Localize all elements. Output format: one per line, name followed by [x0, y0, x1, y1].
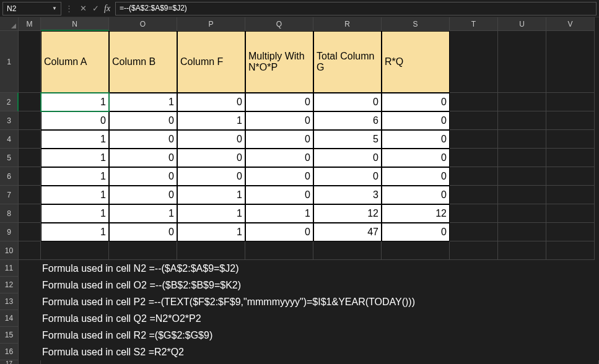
cell-M13[interactable] [19, 293, 41, 310]
fx-icon[interactable]: fx [104, 4, 110, 14]
row-header-5[interactable]: 5 [0, 149, 19, 167]
row-header-16[interactable]: 16 [0, 344, 19, 360]
row-header-4[interactable]: 4 [0, 130, 19, 149]
cell-N3[interactable]: 0 [41, 111, 109, 130]
cell-U9[interactable] [498, 223, 546, 241]
cell-N10[interactable] [41, 241, 109, 260]
cell-M5[interactable] [19, 149, 41, 167]
cell-S4[interactable]: 0 [382, 130, 450, 149]
cell-R2[interactable]: 0 [313, 93, 382, 111]
cell-U2[interactable] [498, 93, 546, 111]
cell-R8[interactable]: 12 [313, 204, 382, 223]
row-header-15[interactable]: 15 [0, 327, 19, 344]
cell-M15[interactable] [19, 327, 41, 344]
cell-N2[interactable]: 1 [41, 93, 109, 111]
cell-S6[interactable]: 0 [382, 167, 450, 186]
cell-S7[interactable]: 0 [382, 186, 450, 204]
cell-O7[interactable]: 0 [109, 186, 177, 204]
cell-P8[interactable]: 1 [177, 204, 245, 223]
cell-O4[interactable]: 0 [109, 130, 177, 149]
cell-V5[interactable] [546, 149, 595, 167]
row-header-7[interactable]: 7 [0, 186, 19, 204]
cell-V1[interactable] [546, 31, 595, 93]
cell-V4[interactable] [546, 130, 595, 149]
cell-S1[interactable]: R*Q [382, 31, 450, 93]
col-header-M[interactable]: M [19, 17, 41, 31]
cell-O2[interactable]: 1 [109, 93, 177, 111]
col-header-T[interactable]: T [450, 17, 498, 31]
col-header-V[interactable]: V [546, 17, 595, 31]
cell-V10[interactable] [546, 241, 595, 260]
cell-U7[interactable] [498, 186, 546, 204]
cell-M9[interactable] [19, 223, 41, 241]
cell-P1[interactable]: Column F [177, 31, 245, 93]
col-header-U[interactable]: U [498, 17, 546, 31]
cell-T6[interactable] [450, 167, 498, 186]
cell-R9[interactable]: 47 [313, 223, 382, 241]
col-header-O[interactable]: O [109, 17, 177, 31]
row-header-17[interactable]: 17 [0, 360, 19, 364]
cell-S5[interactable]: 0 [382, 149, 450, 167]
row-header-8[interactable]: 8 [0, 204, 19, 223]
cell-M2[interactable] [19, 93, 41, 111]
accept-formula-button[interactable]: ✓ [89, 4, 102, 13]
col-header-P[interactable]: P [177, 17, 245, 31]
cell-N7[interactable]: 1 [41, 186, 109, 204]
cell-Q2[interactable]: 0 [245, 93, 313, 111]
cell-P7[interactable]: 1 [177, 186, 245, 204]
row-header-11[interactable]: 11 [0, 260, 19, 277]
cell-M1[interactable] [19, 31, 41, 93]
cell-O1[interactable]: Column B [109, 31, 177, 93]
cell-U1[interactable] [498, 31, 546, 93]
cell-T7[interactable] [450, 186, 498, 204]
cell-O8[interactable]: 1 [109, 204, 177, 223]
cell-M8[interactable] [19, 204, 41, 223]
cell-T5[interactable] [450, 149, 498, 167]
cell-V3[interactable] [546, 111, 595, 130]
col-header-N[interactable]: N [41, 17, 109, 31]
cell-P3[interactable]: 1 [177, 111, 245, 130]
cell-M14[interactable] [19, 310, 41, 327]
row-header-1[interactable]: 1 [0, 31, 19, 93]
cell-S3[interactable]: 0 [382, 111, 450, 130]
cell-M10[interactable] [19, 241, 41, 260]
cell-M16[interactable] [19, 344, 41, 360]
col-header-Q[interactable]: Q [245, 17, 313, 31]
cell-S8[interactable]: 12 [382, 204, 450, 223]
cell-O9[interactable]: 0 [109, 223, 177, 241]
cell-P5[interactable]: 0 [177, 149, 245, 167]
cell-V2[interactable] [546, 93, 595, 111]
cell-N17[interactable] [41, 360, 599, 364]
cell-O10[interactable] [109, 241, 177, 260]
formula-input[interactable]: =--($A$2:$A$9=$J2) [115, 2, 597, 15]
cell-Q1[interactable]: Multiply With N*O*P [245, 31, 313, 93]
cell-R5[interactable]: 0 [313, 149, 382, 167]
cell-U8[interactable] [498, 204, 546, 223]
cell-N15[interactable]: Formula used in cell R2 =($G$2:$G$9) [41, 327, 599, 344]
row-header-3[interactable]: 3 [0, 111, 19, 130]
cell-M12[interactable] [19, 277, 41, 293]
cell-U10[interactable] [498, 241, 546, 260]
name-box-dropdown-icon[interactable]: ▼ [52, 6, 57, 11]
col-header-R[interactable]: R [313, 17, 382, 31]
cell-R7[interactable]: 3 [313, 186, 382, 204]
row-header-10[interactable]: 10 [0, 241, 19, 260]
cell-V8[interactable] [546, 204, 595, 223]
row-header-9[interactable]: 9 [0, 223, 19, 241]
cell-T4[interactable] [450, 130, 498, 149]
cell-V7[interactable] [546, 186, 595, 204]
cell-N8[interactable]: 1 [41, 204, 109, 223]
cell-O5[interactable]: 0 [109, 149, 177, 167]
cell-N9[interactable]: 1 [41, 223, 109, 241]
cell-V6[interactable] [546, 167, 595, 186]
cell-O6[interactable]: 0 [109, 167, 177, 186]
cell-Q9[interactable]: 0 [245, 223, 313, 241]
row-header-13[interactable]: 13 [0, 293, 19, 310]
row-header-2[interactable]: 2 [0, 93, 19, 111]
cell-U6[interactable] [498, 167, 546, 186]
cancel-formula-button[interactable]: ✕ [77, 4, 89, 13]
cell-N6[interactable]: 1 [41, 167, 109, 186]
cell-N16[interactable]: Formula used in cell S2 =R2*Q2 [41, 344, 599, 360]
cell-N14[interactable]: Formula used in cell Q2 =N2*O2*P2 [41, 310, 599, 327]
cell-N12[interactable]: Formula used in cell O2 =--($B$2:$B$9=$K… [41, 277, 599, 293]
